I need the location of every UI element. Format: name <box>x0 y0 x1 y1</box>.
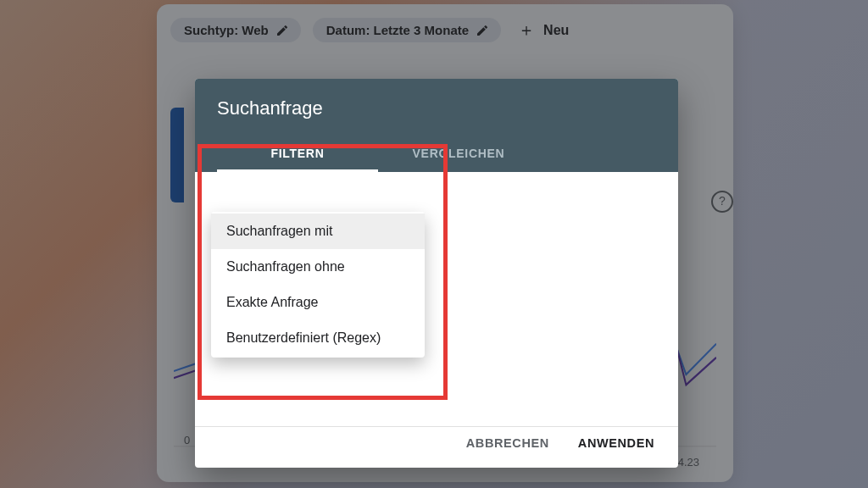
dropdown-option[interactable]: Suchanfragen ohne <box>211 249 425 285</box>
dialog-title: Suchanfrage <box>195 79 678 135</box>
dialog-actions: Abbrechen Anwenden <box>195 426 678 468</box>
apply-button[interactable]: Anwenden <box>573 435 659 451</box>
tab-compare[interactable]: Vergleichen <box>378 135 539 172</box>
cancel-button[interactable]: Abbrechen <box>461 435 554 451</box>
dialog-tabs: Filtern Vergleichen <box>195 135 678 172</box>
dialog-header: Suchanfrage Filtern Vergleichen <box>195 79 678 172</box>
dropdown-option[interactable]: Benutzerdefiniert (Regex) <box>211 320 425 356</box>
dropdown-option[interactable]: Exakte Anfrage <box>211 285 425 320</box>
match-type-dropdown: Suchanfragen mitSuchanfragen ohneExakte … <box>211 212 425 358</box>
tab-filter[interactable]: Filtern <box>217 135 378 172</box>
dropdown-option[interactable]: Suchanfragen mit <box>211 214 425 249</box>
